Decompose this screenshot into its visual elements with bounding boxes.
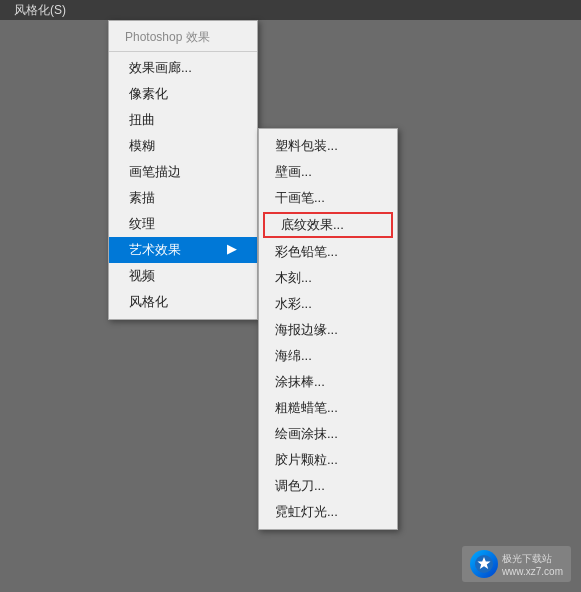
menu-item-pixelate[interactable]: 像素化: [109, 81, 257, 107]
watermark-line1: 极光下载站: [502, 552, 563, 566]
menu-item-artistic[interactable]: 艺术效果: [109, 237, 257, 263]
menu-item-gallery[interactable]: 效果画廊...: [109, 55, 257, 81]
menu-item-brush-strokes[interactable]: 画笔描边: [109, 159, 257, 185]
menu-item-video[interactable]: 视频: [109, 263, 257, 289]
submenu-rough-pastels[interactable]: 粗糙蜡笔...: [259, 395, 397, 421]
submenu-sponge[interactable]: 海绵...: [259, 343, 397, 369]
menu-item-sketch[interactable]: 素描: [109, 185, 257, 211]
star-icon: [474, 554, 494, 574]
submenu-palette-knife[interactable]: 调色刀...: [259, 473, 397, 499]
artistic-submenu: 塑料包装... 壁画... 干画笔... 底纹效果... 彩色铅笔... 木刻.…: [258, 128, 398, 530]
submenu-watercolor[interactable]: 水彩...: [259, 291, 397, 317]
menu-separator-top: [109, 51, 257, 52]
stylize-menu-item[interactable]: 风格化(S): [8, 2, 72, 19]
submenu-fresco[interactable]: 壁画...: [259, 159, 397, 185]
watermark-logo: [470, 550, 498, 578]
watermark-text: 极光下载站 www.xz7.com: [502, 552, 563, 577]
menu-item-blur[interactable]: 模糊: [109, 133, 257, 159]
watermark: 极光下载站 www.xz7.com: [462, 546, 571, 582]
top-menu-bar: 风格化(S): [0, 0, 581, 20]
submenu-paint-daubs[interactable]: 绘画涂抹...: [259, 421, 397, 447]
submenu-plastic-wrap[interactable]: 塑料包装...: [259, 133, 397, 159]
submenu-film-grain[interactable]: 胶片颗粒...: [259, 447, 397, 473]
submenu-cutout[interactable]: 木刻...: [259, 265, 397, 291]
section-title: Photoshop 效果: [109, 25, 257, 48]
menus-container: Photoshop 效果 效果画廊... 像素化 扭曲 模糊 画笔描边 素描 纹…: [108, 20, 398, 530]
submenu-dry-brush[interactable]: 干画笔...: [259, 185, 397, 211]
submenu-poster-edges[interactable]: 海报边缘...: [259, 317, 397, 343]
submenu-smudge-stick[interactable]: 涂抹棒...: [259, 369, 397, 395]
submenu-underpainting[interactable]: 底纹效果...: [263, 212, 393, 238]
submenu-neon-glow[interactable]: 霓虹灯光...: [259, 499, 397, 525]
submenu-colored-pencil[interactable]: 彩色铅笔...: [259, 239, 397, 265]
main-menu: Photoshop 效果 效果画廊... 像素化 扭曲 模糊 画笔描边 素描 纹…: [108, 20, 258, 320]
menu-item-stylize[interactable]: 风格化: [109, 289, 257, 315]
menu-item-texture[interactable]: 纹理: [109, 211, 257, 237]
watermark-line2: www.xz7.com: [502, 566, 563, 577]
menu-item-distort[interactable]: 扭曲: [109, 107, 257, 133]
